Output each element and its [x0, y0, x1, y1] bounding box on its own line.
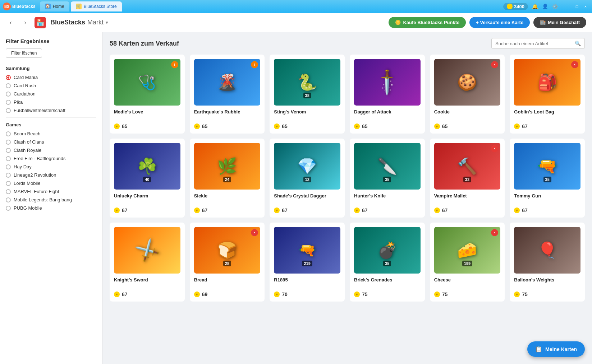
card-r1895-image: 🔫 219	[274, 227, 340, 274]
card-unlucky-charm[interactable]: ☘️ 40 Unlucky Charm P 67	[110, 139, 185, 218]
notification-icon[interactable]: 🔔	[532, 3, 538, 10]
radio-lords-mobile[interactable]	[6, 181, 11, 186]
radio-pika[interactable]	[6, 100, 11, 105]
content-header: 58 Karten zum Verkauf 🔍	[110, 38, 585, 49]
card-cheese-image: 🧀 199 ×	[434, 227, 501, 274]
card-grid: 🩺 ! Medic's Love P 65 🌋 ! Earthqu	[110, 55, 585, 302]
price-coin-icon: P	[514, 207, 520, 213]
card-balloons-weights-price: P 75	[514, 291, 580, 297]
card-cheese[interactable]: 🧀 199 × Cheese P 75	[430, 223, 505, 302]
card-cookie-name: Cookie	[434, 109, 501, 121]
store-tab-icon: 🛒	[76, 4, 82, 9]
radio-mobile-legends[interactable]	[6, 197, 11, 202]
filter-card-rush[interactable]: Card Rush	[6, 83, 96, 88]
filter-mobile-legends[interactable]: Mobile Legends: Bang bang	[6, 197, 96, 202]
card-dagger-of-attack[interactable]: 🗡️ Dagger of Attack P 65	[350, 55, 425, 134]
buy-points-button[interactable]: 🪙 Kaufe BlueStacks Punkte	[389, 17, 466, 28]
card-vampire-mallet[interactable]: 🔨 33 × Vampire Mallet P 67	[430, 139, 505, 218]
card-unlucky-charm-image: ☘️ 40	[114, 143, 180, 190]
sell-card-button[interactable]: + Verkaufe eine Karte	[469, 17, 530, 28]
radio-fussball[interactable]	[6, 108, 11, 113]
card-badge: !	[171, 61, 178, 68]
filter-card-rush-label: Card Rush	[14, 83, 36, 88]
card-earthquakes-rubble[interactable]: 🌋 ! Earthquake's Rubble P 65	[190, 55, 265, 134]
clear-filter-button[interactable]: Filter löschen	[6, 48, 42, 58]
tab-home[interactable]: 🏠 Home	[40, 1, 69, 11]
card-number: 35	[383, 261, 391, 266]
price-coin-icon: P	[514, 123, 520, 129]
radio-marvel[interactable]	[6, 189, 11, 194]
settings-icon[interactable]: ⚙️	[552, 3, 558, 10]
radio-cardathon[interactable]	[6, 92, 11, 97]
filter-card-mania[interactable]: Card Mania	[6, 75, 96, 80]
card-bread-price: P 69	[194, 291, 261, 297]
card-goblins-loot-bag[interactable]: 🎒 × Goblin's Loot Bag P 67	[510, 55, 585, 134]
card-unlucky-charm-name: Unlucky Charm	[114, 193, 180, 205]
radio-hay-day[interactable]	[6, 164, 11, 169]
filter-pubg[interactable]: PUBG Mobile	[6, 205, 96, 211]
radio-clash-royale[interactable]	[6, 148, 11, 153]
my-cards-button[interactable]: 📋 Meine Karten	[527, 341, 585, 357]
card-vampire-mallet-name: Vampire Mallet	[434, 193, 501, 205]
filter-clash-clans[interactable]: Clash of Clans	[6, 139, 96, 145]
card-balloons-weights-image: 🎈	[514, 227, 580, 274]
radio-boom-beach[interactable]	[6, 131, 11, 136]
card-shades-crystal-dagger-name: Shade's Crystal Dagger	[274, 193, 340, 205]
filter-hay-day[interactable]: Hay Day	[6, 164, 96, 169]
my-store-button[interactable]: 🏬 Mein Geschäft	[533, 17, 586, 28]
card-r1895-name: R1895	[274, 277, 340, 289]
results-count: 58 Karten zum Verkauf	[110, 40, 179, 47]
card-shades-crystal-dagger[interactable]: 💎 12 Shade's Crystal Dagger P 67	[270, 139, 345, 218]
card-knights-sword[interactable]: ⚔️ Knight's Sword P 67	[110, 223, 185, 302]
card-stings-venom[interactable]: 🐍 38 Sting's Venom P 65	[270, 55, 345, 134]
filter-free-fire[interactable]: Free Fire - Battlegrounds	[6, 156, 96, 161]
card-cheese-name: Cheese	[434, 277, 501, 289]
tab-store[interactable]: 🛒 BlueStacks Store	[71, 1, 122, 11]
card-bricks-grenades[interactable]: 💣 35 Brick's Grenades P 75	[350, 223, 425, 302]
filter-lords-mobile[interactable]: Lords Mobile	[6, 181, 96, 186]
games-section-title: Games	[6, 122, 96, 127]
search-input[interactable]	[495, 41, 573, 46]
dropdown-arrow-icon[interactable]: ▾	[106, 20, 108, 25]
maximize-button[interactable]: □	[573, 3, 580, 10]
radio-lineage2[interactable]	[6, 173, 11, 178]
card-vampire-mallet-image: 🔨 33 ×	[434, 143, 501, 190]
forward-button[interactable]: ›	[20, 18, 30, 28]
filter-mobile-legends-label: Mobile Legends: Bang bang	[14, 197, 72, 202]
card-medics-love[interactable]: 🩺 ! Medic's Love P 65	[110, 55, 185, 134]
radio-card-rush[interactable]	[6, 83, 11, 88]
radio-free-fire[interactable]	[6, 156, 11, 161]
radio-clash-clans[interactable]	[6, 140, 11, 145]
bluestacks-logo: BS	[3, 3, 11, 10]
app-bar-actions: 🪙 Kaufe BlueStacks Punkte + Verkaufe ein…	[389, 17, 586, 28]
filter-fussball[interactable]: Fußballweltmeisterschaft	[6, 108, 96, 113]
back-button[interactable]: ‹	[6, 18, 16, 28]
card-balloons-weights[interactable]: 🎈 Balloon's Weights P 75	[510, 223, 585, 302]
buy-points-icon: 🪙	[395, 20, 401, 25]
card-hunters-knife[interactable]: 🔪 35 Hunter's Knife P 67	[350, 139, 425, 218]
card-bread[interactable]: 🍞 28 × Bread P 69	[190, 223, 265, 302]
card-r1895[interactable]: 🔫 219 R1895 P 70	[270, 223, 345, 302]
filter-lineage2[interactable]: Lineage2 Revolution	[6, 172, 96, 178]
filter-pika[interactable]: Pika	[6, 99, 96, 105]
card-cookie[interactable]: 🍪 × Cookie P 65	[430, 55, 505, 134]
card-vampire-mallet-price: P 67	[434, 207, 501, 213]
search-box[interactable]: 🔍	[491, 38, 585, 49]
filter-marvel[interactable]: MARVEL Future Fight	[6, 189, 96, 194]
close-button[interactable]: ×	[582, 3, 589, 10]
minimize-button[interactable]: —	[565, 3, 572, 10]
radio-pubg[interactable]	[6, 206, 11, 211]
filter-clash-royale[interactable]: Clash Royale	[6, 148, 96, 153]
card-sickle-name: Sickle	[194, 193, 261, 205]
price-coin-icon: P	[354, 291, 360, 297]
filter-cardathon[interactable]: Cardathon	[6, 91, 96, 97]
filter-pika-label: Pika	[14, 99, 23, 105]
filter-boom-beach[interactable]: Boom Beach	[6, 131, 96, 136]
card-tommy-gun[interactable]: 🔫 35 Tommy Gun P 67	[510, 139, 585, 218]
card-sickle-price: P 67	[194, 207, 261, 213]
price-coin-icon: P	[274, 123, 280, 129]
card-knights-sword-image: ⚔️	[114, 227, 180, 274]
radio-card-mania[interactable]	[6, 75, 11, 80]
profile-icon[interactable]: 👤	[542, 3, 548, 10]
card-sickle[interactable]: 🌿 24 Sickle P 67	[190, 139, 265, 218]
